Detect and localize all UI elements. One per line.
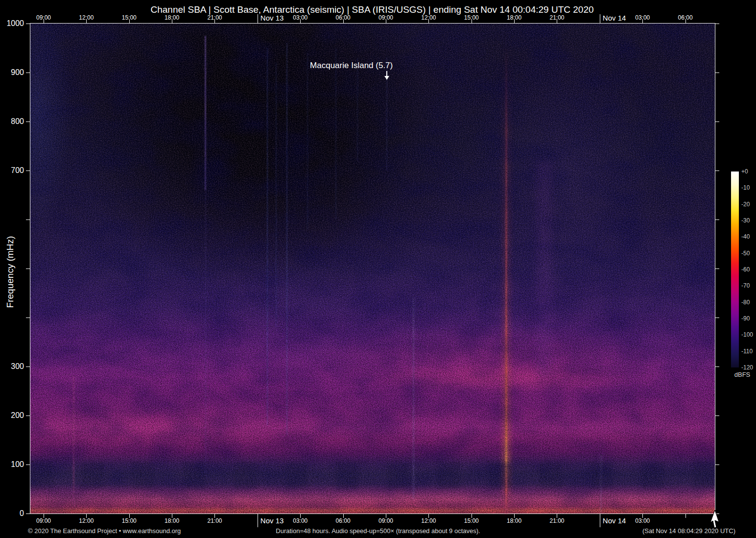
x-tick-label-bottom: 03:00: [635, 517, 650, 524]
x-tick-bottom: [600, 514, 600, 527]
colorbar-tick-label: -60: [741, 266, 750, 273]
x-date-label-top: Nov 14: [603, 14, 626, 22]
x-tick-label-bottom: 15:00: [122, 517, 137, 524]
y-tick-left: [26, 73, 30, 73]
colorbar-tick-label: -20: [741, 201, 750, 208]
y-tick-label: 0: [0, 509, 24, 518]
colorbar-gradient: [731, 171, 739, 367]
colorbar-tick-label: +0: [741, 168, 748, 175]
x-tick-label-bottom: 18:00: [165, 517, 179, 524]
x-tick-bottom: [685, 514, 686, 518]
colorbar-tick-label: -10: [741, 184, 750, 191]
x-tick-label-top: 21:00: [207, 14, 222, 21]
footer-render-timestamp: (Sat Nov 14 08:04:29 2020 UTC): [642, 527, 735, 535]
x-tick-label-bottom: 18:00: [507, 517, 521, 524]
x-tick-label-top: 12:00: [79, 14, 94, 21]
y-tick-right: [715, 24, 719, 24]
y-tick-right: [715, 220, 719, 220]
event-annotation-label: Macquarie Island (5.7): [310, 61, 393, 71]
y-tick-right: [715, 416, 719, 416]
mouse-cursor: [709, 510, 720, 529]
x-tick-label-top: 15:00: [464, 14, 479, 21]
colorbar-tick-label: -30: [741, 217, 750, 224]
colorbar-tick-label: -40: [741, 233, 750, 240]
x-date-label-top: Nov 13: [260, 14, 284, 22]
x-tick-top: [600, 14, 600, 24]
y-tick-label: 200: [0, 411, 24, 420]
x-tick-label-bottom: 15:00: [464, 517, 479, 524]
x-tick-label-top: 06:00: [336, 14, 351, 21]
y-tick-left: [26, 122, 30, 122]
y-tick-right: [715, 171, 719, 171]
x-tick-label-top: 03:00: [635, 14, 650, 21]
x-tick-label-top: 18:00: [165, 14, 179, 21]
x-tick-label-bottom: 09:00: [36, 517, 51, 524]
x-tick-label-top: 15:00: [122, 14, 137, 21]
screenshot-root: Channel SBA | Scott Base, Antarctica (se…: [0, 0, 756, 538]
x-tick-label-top: 18:00: [507, 14, 521, 21]
y-tick-label: 700: [0, 166, 24, 175]
y-tick-left: [26, 220, 30, 220]
y-tick-left: [26, 171, 30, 171]
colorbar-tick-label: -90: [741, 315, 750, 322]
x-tick-top: [258, 14, 258, 24]
x-tick-label-bottom: 09:00: [378, 517, 393, 524]
y-tick-right: [715, 73, 719, 73]
x-tick-label-bottom: 21:00: [207, 517, 222, 524]
colorbar-tick-label: -80: [741, 299, 750, 306]
y-tick-left: [26, 269, 30, 269]
page-title: Channel SBA | Scott Base, Antarctica (se…: [0, 4, 744, 15]
x-tick-label-bottom: 03:00: [293, 517, 307, 524]
y-tick-label: 300: [0, 362, 24, 371]
y-tick-right: [715, 465, 719, 465]
x-tick-label-bottom: 12:00: [79, 517, 94, 524]
x-tick-label-bottom: 06:00: [336, 517, 351, 524]
y-tick-right: [715, 318, 719, 318]
y-tick-right: [715, 122, 719, 122]
y-axis-title: Frequency (mHz): [5, 236, 16, 308]
x-tick-label-top: 03:00: [293, 14, 307, 21]
y-tick-left: [26, 514, 30, 514]
x-tick-label-bottom: 21:00: [549, 517, 564, 524]
colorbar-tick-label: -110: [741, 348, 753, 355]
x-tick-label-top: 12:00: [421, 14, 436, 21]
y-tick-left: [26, 416, 30, 416]
y-tick-left: [26, 465, 30, 465]
y-tick-label: 900: [0, 68, 24, 77]
y-tick-label: 100: [0, 460, 24, 469]
y-tick-left: [26, 24, 30, 24]
colorbar-tick-label: -50: [741, 250, 750, 257]
y-tick-right: [715, 269, 719, 269]
y-tick-label: 800: [0, 117, 24, 126]
x-tick-label-top: 06:00: [678, 14, 693, 21]
noise-texture: [30, 24, 715, 514]
x-tick-label-top: 09:00: [36, 14, 51, 21]
x-tick-label-bottom: 12:00: [421, 517, 436, 524]
x-tick-label-top: 21:00: [549, 14, 564, 21]
colorbar-title: dBFS: [732, 371, 752, 378]
y-tick-label: 1000: [0, 19, 24, 28]
spectrogram-plot: Macquarie Island (5.7): [30, 23, 715, 514]
y-tick-left: [26, 318, 30, 318]
x-date-label-bottom: Nov 14: [603, 516, 626, 525]
y-tick-right: [715, 367, 719, 367]
x-tick-label-top: 09:00: [378, 14, 393, 21]
x-tick-bottom: [258, 514, 258, 527]
colorbar-tick-label: -100: [741, 331, 753, 338]
y-tick-left: [26, 367, 30, 367]
colorbar-tick-label: -120: [741, 364, 753, 371]
colorbar-tick-label: -70: [741, 282, 750, 289]
x-date-label-bottom: Nov 13: [260, 516, 284, 525]
annotation-down-arrow-icon: [384, 71, 390, 80]
